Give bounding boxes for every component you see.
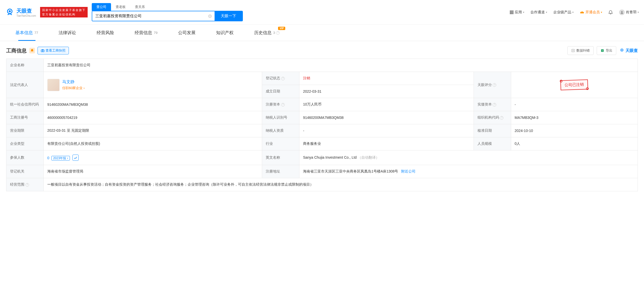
label-paid-capital: 实缴资本 ?	[474, 98, 511, 111]
tab-history[interactable]: 历史信息 3 ? VIP	[244, 25, 290, 41]
svg-rect-13	[41, 50, 44, 52]
help-icon[interactable]: ?	[281, 77, 285, 80]
tab-ip[interactable]: 知识产权	[206, 25, 244, 41]
nav-vip[interactable]: 开通会员 ▾	[580, 10, 602, 15]
view-snapshot-button[interactable]: 查看工商快照	[38, 47, 69, 54]
help-icon[interactable]: ?	[276, 31, 280, 35]
svg-point-12	[621, 11, 623, 13]
value-approve-date: 2024-10-10	[511, 124, 638, 137]
search-tab-company[interactable]: 查公司	[92, 3, 111, 11]
logo-icon	[5, 8, 14, 17]
help-icon[interactable]: ?	[493, 83, 496, 87]
label-address: 注册地址	[262, 165, 299, 178]
help-icon[interactable]: ?	[500, 116, 503, 120]
logo-icon	[619, 48, 624, 53]
value-industry: 商务服务业	[299, 137, 474, 150]
help-icon[interactable]: ?	[25, 183, 29, 187]
label-credit-code: 统一社会信用代码	[6, 98, 44, 111]
tab-count: 79	[154, 31, 157, 35]
svg-rect-3	[510, 11, 511, 12]
label-legal-rep: 法定代表人	[6, 72, 44, 98]
person-avatar[interactable]	[47, 79, 60, 91]
nav-enterprise[interactable]: 企业级产品 ▾	[553, 10, 574, 15]
value-reg-no: 460000005704219	[44, 111, 262, 124]
value-address: 海南省三亚市天涯区三亚中央商务区凤凰岛1号楼A座1308号 附近公司	[299, 165, 638, 178]
chevron-down-icon: ▾	[572, 11, 574, 14]
alert-icon[interactable]	[29, 48, 35, 53]
label-insured: 参保人数	[6, 150, 44, 165]
value-type: 有限责任公司(自然人投资或控股)	[44, 137, 262, 150]
search-area: 查公司 查老板 查关系 天眼一下	[92, 3, 243, 21]
badge-line2: 官方备案企业征信机构	[42, 12, 86, 17]
svg-rect-6	[510, 12, 511, 13]
auto-translate-note: （自动翻译）	[358, 155, 379, 159]
chevron-down-icon: ▾	[546, 11, 547, 14]
user-name: 肖青羽	[626, 10, 637, 15]
value-credit-code: 91460200MA7MB3QM38	[44, 98, 262, 111]
tab-lawsuit[interactable]: 法律诉讼	[48, 25, 86, 41]
value-est-date: 2022-03-31	[299, 85, 474, 98]
vip-badge: VIP	[278, 27, 285, 30]
user-menu[interactable]: 肖青羽 ▾	[619, 10, 639, 15]
label-reg-no: 工商注册号	[6, 111, 44, 124]
tab-risk[interactable]: 经营风险	[86, 25, 124, 41]
svg-text:X: X	[602, 50, 603, 52]
svg-point-20	[621, 50, 622, 51]
tab-development[interactable]: 公司发展	[168, 25, 206, 41]
grid-icon	[510, 10, 514, 14]
export-button[interactable]: X 导出	[597, 46, 616, 55]
svg-rect-7	[511, 12, 512, 13]
label-en-name: 英文名称	[262, 150, 299, 165]
tab-label: 基本信息	[15, 30, 33, 36]
label-org-code: 组织机构代码 ?	[474, 111, 511, 124]
help-icon[interactable]: ?	[493, 103, 496, 107]
nav-enterprise-label: 企业级产品	[553, 10, 571, 15]
value-org-code: MA7MB3QM-3	[511, 111, 638, 124]
notifications-icon[interactable]	[608, 10, 613, 15]
svg-rect-4	[511, 11, 512, 12]
label-company-name: 企业名称	[6, 59, 44, 72]
insured-count-link[interactable]: 0	[47, 156, 49, 160]
value-authority: 海南省市场监督管理局	[44, 165, 262, 178]
label-score: 天眼评分 ?	[474, 72, 511, 98]
value-staff: 0人	[511, 137, 638, 150]
section-header: 工商信息 查看工商快照 数据纠错 X 导出 天眼查	[0, 41, 644, 59]
legal-rep-companies-link[interactable]: 任职60家企业 ›	[62, 86, 85, 90]
logo-text-cn: 天眼查	[16, 7, 36, 14]
watermark-text: 天眼查	[625, 48, 638, 53]
search-tab-boss[interactable]: 查老板	[111, 3, 130, 11]
label-industry: 行业	[262, 137, 299, 150]
label-term: 营业期限	[6, 124, 44, 137]
label-approve-date: 核准日期	[474, 124, 511, 137]
nearby-companies-link[interactable]: 附近公司	[401, 169, 416, 173]
correction-button[interactable]: 数据纠错	[567, 46, 594, 55]
badge-line1: 国家中小企业发展子基金旗下	[42, 8, 86, 12]
search-tab-relation[interactable]: 查关系	[130, 3, 150, 11]
logo[interactable]: 天眼查 TianYanCha.com	[5, 7, 36, 17]
svg-point-1	[9, 10, 11, 12]
clear-icon[interactable]	[205, 11, 215, 21]
help-icon[interactable]: ?	[281, 103, 285, 107]
top-header: 天眼查 TianYanCha.com 国家中小企业发展子基金旗下 官方备案企业征…	[0, 0, 644, 25]
tab-business-info[interactable]: 经营信息 79	[124, 25, 168, 41]
year-report-link[interactable]: 2023年报 ›	[51, 156, 70, 160]
value-paid-capital: -	[511, 98, 638, 111]
chevron-down-icon: ▾	[638, 11, 639, 14]
official-badge: 国家中小企业发展子基金旗下 官方备案企业征信机构	[40, 7, 88, 17]
tab-basic-info[interactable]: 基本信息 77	[5, 25, 48, 41]
label-scope: 经营范围 ?	[6, 178, 44, 191]
search-box: 天眼一下	[92, 11, 243, 21]
label-authority: 登记机关	[6, 165, 44, 178]
cancelled-stamp: 公司已注销	[560, 79, 588, 90]
search-button[interactable]: 天眼一下	[215, 11, 242, 21]
nav-app[interactable]: 应用 ▾	[510, 10, 524, 15]
svg-rect-5	[512, 11, 513, 12]
watermark-logo: 天眼查	[619, 48, 638, 53]
search-input[interactable]	[92, 11, 205, 21]
chart-icon[interactable]	[72, 155, 79, 161]
tab-label: 经营信息	[135, 30, 152, 36]
value-tax-qual: -	[299, 124, 474, 137]
legal-rep-name-link[interactable]: 马文静	[62, 79, 85, 85]
search-tabs: 查公司 查老板 查关系	[92, 3, 243, 11]
nav-cooperation[interactable]: 合作通道 ▾	[530, 10, 547, 15]
